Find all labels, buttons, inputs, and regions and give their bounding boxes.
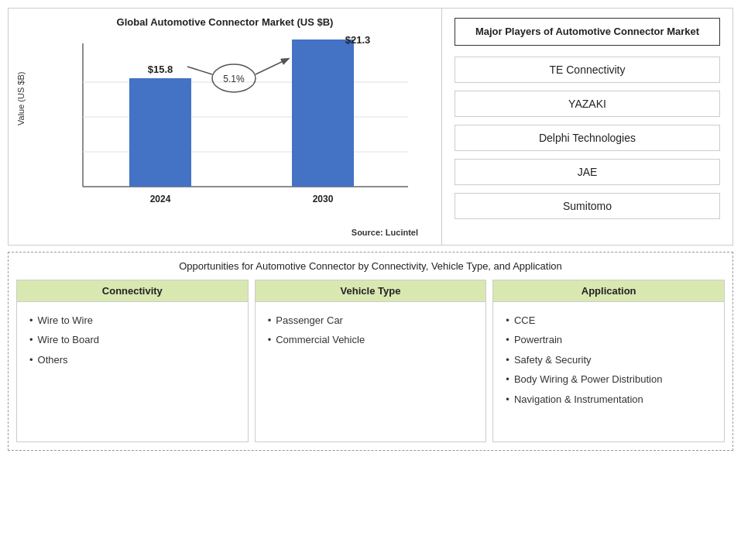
bullet-icon: • bbox=[506, 390, 509, 408]
list-item: • Powertrain bbox=[506, 331, 712, 349]
connectivity-body: • Wire to Wire • Wire to Board • Others bbox=[17, 302, 248, 441]
list-item: • Navigation & Instrumentation bbox=[506, 390, 712, 408]
list-item: • Body Wiring & Power Distribution bbox=[506, 370, 712, 388]
list-item: • Passenger Car bbox=[268, 311, 474, 329]
year-2024-label: 2024 bbox=[150, 194, 171, 204]
bullet-icon: • bbox=[506, 331, 509, 349]
connectivity-item-2: Others bbox=[38, 351, 68, 369]
application-header: Application bbox=[493, 280, 724, 302]
annotation-arrow-left bbox=[187, 67, 212, 74]
bar-2030 bbox=[292, 40, 354, 187]
bullet-icon: • bbox=[506, 351, 509, 369]
players-title: Major Players of Automotive Connector Ma… bbox=[455, 18, 720, 46]
chart-section: Global Automotive Connector Market (US $… bbox=[9, 9, 442, 245]
application-item-0: CCE bbox=[514, 311, 535, 329]
application-item-4: Navigation & Instrumentation bbox=[514, 390, 643, 408]
list-item: • Commercial Vehicle bbox=[268, 331, 474, 349]
bar-2024 bbox=[129, 78, 191, 187]
bullet-icon: • bbox=[268, 331, 272, 349]
bullet-icon: • bbox=[506, 311, 509, 329]
application-item-2: Safety & Security bbox=[514, 351, 592, 369]
bullet-icon: • bbox=[29, 311, 33, 329]
bottom-section: Opportunities for Automotive Connector b… bbox=[8, 252, 733, 451]
list-item: • CCE bbox=[506, 311, 712, 329]
bullet-icon: • bbox=[29, 331, 33, 349]
bullet-icon: • bbox=[506, 370, 509, 388]
connectivity-item-1: Wire to Board bbox=[38, 331, 99, 349]
connectivity-header: Connectivity bbox=[17, 280, 248, 302]
vehicle-type-header: Vehicle Type bbox=[256, 280, 486, 302]
year-2030-label: 2030 bbox=[313, 194, 334, 204]
list-item: • Wire to Board bbox=[29, 331, 235, 349]
annotation-arrow bbox=[256, 59, 288, 74]
application-item-3: Body Wiring & Power Distribution bbox=[514, 370, 662, 388]
bar-2030-label: $21.3 bbox=[345, 36, 371, 46]
vehicle-type-body: • Passenger Car • Commercial Vehicle bbox=[256, 302, 486, 441]
chart-title: Global Automotive Connector Market (US $… bbox=[24, 16, 426, 28]
application-body: • CCE • Powertrain • Safety & Security •… bbox=[493, 302, 724, 441]
annotation-text: 5.1% bbox=[223, 74, 245, 84]
vehicle-item-1: Commercial Vehicle bbox=[276, 331, 365, 349]
top-section: Global Automotive Connector Market (US $… bbox=[8, 8, 733, 246]
columns-container: Connectivity • Wire to Wire • Wire to Bo… bbox=[16, 280, 725, 442]
player-jae: JAE bbox=[455, 159, 720, 185]
connectivity-item-0: Wire to Wire bbox=[38, 311, 94, 329]
player-sumitomo: Sumitomo bbox=[455, 193, 720, 219]
opportunities-title: Opportunities for Automotive Connector b… bbox=[16, 260, 725, 272]
source-text: Source: Lucintel bbox=[24, 228, 426, 237]
player-delphi: Delphi Technologies bbox=[455, 125, 720, 151]
list-item: • Safety & Security bbox=[506, 351, 712, 369]
vehicle-type-column: Vehicle Type • Passenger Car • Commercia… bbox=[255, 280, 487, 442]
application-column: Application • CCE • Powertrain • Safety … bbox=[492, 280, 725, 442]
connectivity-column: Connectivity • Wire to Wire • Wire to Bo… bbox=[16, 280, 249, 442]
vehicle-item-0: Passenger Car bbox=[276, 311, 343, 329]
player-te-connectivity: TE Connectivity bbox=[455, 57, 720, 83]
y-axis-label: Value (US $B) bbox=[16, 110, 26, 125]
application-item-1: Powertrain bbox=[514, 331, 562, 349]
bullet-icon: • bbox=[268, 311, 272, 329]
players-section: Major Players of Automotive Connector Ma… bbox=[442, 9, 732, 245]
list-item: • Others bbox=[29, 351, 235, 369]
player-yazaki: YAZAKI bbox=[455, 91, 720, 117]
bullet-icon: • bbox=[29, 351, 33, 369]
list-item: • Wire to Wire bbox=[29, 311, 235, 329]
chart-svg: $15.8 2024 $21.3 2030 5.1% bbox=[52, 36, 424, 214]
bar-2024-label: $15.8 bbox=[148, 64, 173, 75]
